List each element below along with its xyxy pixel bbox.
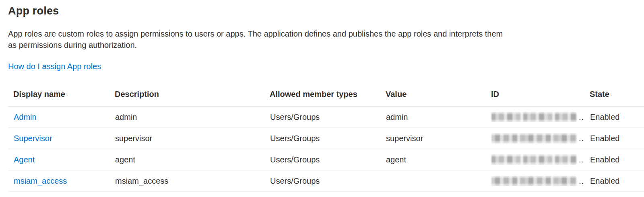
id-truncation-dots: ... [579,134,584,143]
id-truncation-dots: ... [579,176,584,186]
redacted-id-blur [491,176,577,186]
column-header-id: ID [486,85,584,106]
page-title: App roles [8,5,644,17]
column-header-display-name: Display name [8,85,109,106]
cell-display-name: Admin [8,113,109,122]
cell-value: supervisor [380,134,486,143]
cell-state: Enabled [584,134,644,143]
cell-description: supervisor [109,134,264,143]
redacted-id-blur [491,133,577,144]
column-header-description: Description [109,85,264,106]
cell-allowed-member-types: Users/Groups [264,176,380,186]
cell-display-name: Supervisor [8,134,109,143]
cell-description: msiam_access [109,176,264,186]
cell-id: ... [486,154,584,165]
cell-allowed-member-types: Users/Groups [264,113,380,122]
table-row: Supervisor supervisor Users/Groups super… [8,128,644,149]
cell-id: ... [486,176,584,186]
how-to-assign-approles-link[interactable]: How do I assign App roles [8,62,101,71]
table-row: Admin admin Users/Groups admin .. Enable… [8,107,644,128]
cell-display-name: Agent [8,155,109,164]
app-role-display-name-link[interactable]: msiam_access [14,176,67,186]
cell-description: admin [109,113,264,122]
table-body: Admin admin Users/Groups admin .. Enable… [8,107,644,192]
cell-state: Enabled [584,113,644,122]
column-header-allowed-member-types: Allowed member types [264,85,380,106]
column-header-state: State [584,85,644,106]
page-description: App roles are custom roles to assign per… [8,28,644,51]
cell-state: Enabled [584,155,644,164]
cell-id: ... [486,133,584,144]
app-roles-table: Display name Description Allowed member … [8,85,644,192]
cell-description: agent [109,155,264,164]
table-header-row: Display name Description Allowed member … [8,85,644,107]
app-role-display-name-link[interactable]: Supervisor [14,134,52,143]
page-description-line-1: App roles are custom roles to assign per… [8,28,644,39]
cell-display-name: msiam_access [8,176,109,186]
cell-allowed-member-types: Users/Groups [264,155,380,164]
redacted-id-blur [491,112,577,122]
app-role-display-name-link[interactable]: Agent [14,155,35,164]
page-description-line-2: as permissions during authorization. [8,39,644,51]
cell-allowed-member-types: Users/Groups [264,134,380,143]
id-truncation-dots: .. [579,113,584,122]
table-row: Agent agent Users/Groups agent ... Enabl… [8,149,644,170]
app-role-display-name-link[interactable]: Admin [14,113,37,122]
cell-value: admin [380,113,486,122]
cell-value: agent [380,155,486,164]
cell-id: .. [486,112,584,122]
table-row: msiam_access msiam_access Users/Groups .… [8,170,644,192]
app-roles-page: App roles App roles are custom roles to … [0,0,644,192]
id-truncation-dots: ... [579,155,584,164]
redacted-id-blur [491,154,577,165]
cell-state: Enabled [584,176,644,186]
column-header-value: Value [380,85,486,106]
